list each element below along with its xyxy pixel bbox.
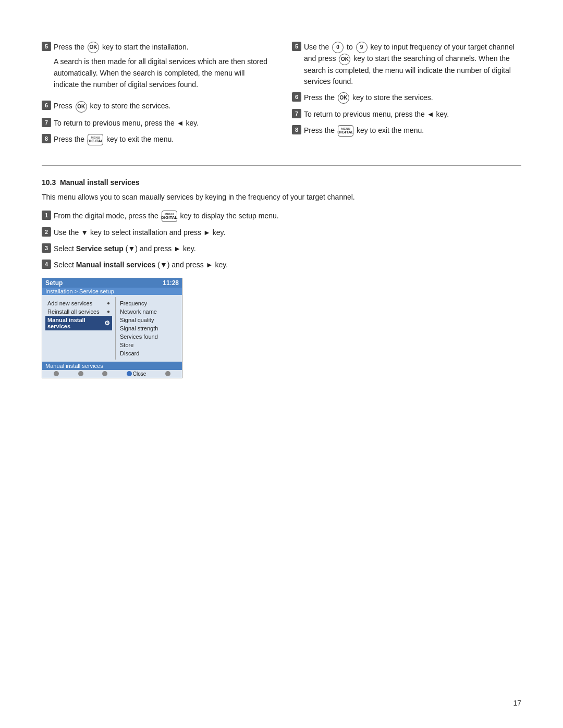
step-content-8-left: Press the MENU DIGITAL key to exit the m…: [54, 134, 271, 145]
menu-left-col: Add new services ● Reinstall all service…: [42, 297, 115, 360]
step-badge-4: 4: [42, 260, 51, 269]
ok-key: OK: [88, 42, 99, 53]
footer-btn-5: [165, 371, 170, 377]
digital-key-8-left: MENU DIGITAL: [88, 134, 103, 145]
step-row: 5 Press the OK key to start the installa…: [42, 42, 271, 95]
menu-right-col: Frequency Network name Signal quality Si…: [115, 297, 182, 360]
footer-btn-1: [54, 371, 59, 377]
ok-key-6: OK: [76, 101, 87, 113]
step-content-8-right: Press the MENU DIGITAL key to exit the m…: [304, 125, 521, 137]
option-signal-strength: Signal strength: [119, 324, 179, 332]
menu-title-bar: Setup 11:28: [42, 278, 182, 288]
option-frequency: Frequency: [119, 299, 179, 307]
page-number: 17: [513, 699, 521, 707]
step-badge-5-left: 5: [42, 42, 51, 51]
reinstall-dot: ●: [107, 309, 110, 314]
key-0: 0: [332, 42, 344, 53]
footer-btn-2: [78, 371, 83, 377]
ok-key-6r: OK: [338, 92, 349, 104]
step-content-5-right: Use the 0 to 9 key to input frequency of…: [304, 42, 521, 87]
manual-label: Manual install services: [47, 317, 104, 329]
upper-right-col: 5 Use the 0 to 9 key to input frequency …: [292, 42, 521, 151]
step-content-4: Select Manual install services (▼) and p…: [54, 260, 521, 270]
option-services-found: Services found: [119, 332, 179, 341]
menu-screen: Setup 11:28 Installation > Service setup…: [42, 278, 182, 378]
menu-title: Setup: [45, 279, 63, 287]
page-container: 5 Press the OK key to start the installa…: [0, 0, 563, 728]
menu-breadcrumb: Installation > Service setup: [42, 288, 182, 295]
step-badge-7-left: 7: [42, 118, 51, 127]
footer-circle-1: [54, 371, 59, 376]
step-row: 7 To return to previous menu, press the …: [42, 118, 271, 129]
manual-install-label: Manual install services: [76, 261, 156, 269]
menu-item-reinstall: Reinstall all services ●: [45, 307, 112, 316]
step-content-7-right: To return to previous menu, press the ◄ …: [304, 109, 521, 120]
footer-circle-3: [102, 371, 107, 376]
footer-circle-close: [127, 371, 132, 376]
step-row: 5 Use the 0 to 9 key to input frequency …: [292, 42, 521, 87]
close-label: Close: [133, 371, 146, 377]
step-badge-6-left: 6: [42, 101, 51, 110]
step-row-4: 4 Select Manual install services (▼) and…: [42, 260, 521, 270]
section-number: 10.3: [42, 178, 56, 187]
key-9: 9: [356, 42, 368, 53]
step-row-3: 3 Select Service setup (▼) and press ► k…: [42, 243, 521, 254]
step-row: 8 Press the MENU DIGITAL key to exit the…: [42, 134, 271, 145]
step-badge-8-left: 8: [42, 134, 51, 143]
footer-circle-2: [78, 371, 83, 376]
menu-item-add-new: Add new services ●: [45, 299, 112, 307]
step-badge-2: 2: [42, 227, 51, 237]
step-row-2: 2 Use the ▼ key to select installation a…: [42, 227, 521, 238]
footer-circle-5: [165, 371, 170, 376]
step-content-2: Use the ▼ key to select installation and…: [54, 227, 521, 238]
step-row: 6 Press OK key to store the services.: [42, 101, 271, 112]
divider: [42, 165, 521, 166]
add-new-dot: ●: [107, 300, 110, 306]
step-row: 7 To return to previous menu, press the …: [292, 109, 521, 120]
step-content-6-left: Press OK key to store the services.: [54, 101, 271, 112]
step-badge-3: 3: [42, 243, 51, 253]
menu-item-manual: Manual install services ⚙: [45, 316, 112, 330]
step-row: 6 Press the OK key to store the services…: [292, 92, 521, 104]
footer-btn-3: [102, 371, 107, 377]
step-badge-5-right: 5: [292, 42, 301, 51]
ok-key-5r: OK: [339, 54, 350, 65]
step-5-para: A search is then made for all digital se…: [54, 56, 271, 90]
step-row-1: 1 From the digital mode, press the MENU …: [42, 211, 521, 222]
upper-section: 5 Press the OK key to start the installa…: [42, 42, 521, 151]
digital-key-1: MENU DIGITAL: [162, 211, 177, 222]
upper-left-col: 5 Press the OK key to start the installa…: [42, 42, 271, 151]
option-network-name: Network name: [119, 307, 179, 316]
section-title: Manual install services: [60, 178, 140, 187]
reinstall-label: Reinstall all services: [47, 309, 100, 315]
step-content-5-left: Press the OK key to start the installati…: [54, 42, 271, 95]
menu-footer-label: Manual install services: [42, 362, 182, 370]
step-badge-6-right: 6: [292, 92, 301, 102]
option-signal-quality: Signal quality: [119, 316, 179, 324]
section-heading-103: 10.3 Manual install services: [42, 178, 521, 187]
step-badge-7-right: 7: [292, 109, 301, 118]
step-content-6-right: Press the OK key to store the services.: [304, 92, 521, 104]
menu-time: 11:28: [163, 279, 179, 287]
section-103: 10.3 Manual install services This menu a…: [42, 178, 521, 378]
step-row: 8 Press the MENU DIGITAL key to exit the…: [292, 125, 521, 137]
footer-btn-close: Close: [127, 371, 146, 377]
service-setup-label: Service setup: [76, 244, 124, 253]
step-content-7-left: To return to previous menu, press the ◄ …: [54, 118, 271, 129]
menu-body: Add new services ● Reinstall all service…: [42, 295, 182, 362]
menu-footer-bar: Close: [42, 370, 182, 378]
step-badge-1: 1: [42, 211, 51, 220]
option-store: Store: [119, 341, 179, 349]
step-content-3: Select Service setup (▼) and press ► key…: [54, 243, 521, 254]
add-new-label: Add new services: [47, 300, 92, 306]
digital-key-8-right: MENU DIGITAL: [338, 125, 353, 137]
manual-icon: ⚙: [104, 319, 110, 327]
section-103-intro: This menu allows you to scan maually ser…: [42, 192, 521, 203]
step-badge-8-right: 8: [292, 125, 301, 134]
step-content-1: From the digital mode, press the MENU DI…: [54, 211, 521, 222]
option-discard: Discard: [119, 349, 179, 357]
